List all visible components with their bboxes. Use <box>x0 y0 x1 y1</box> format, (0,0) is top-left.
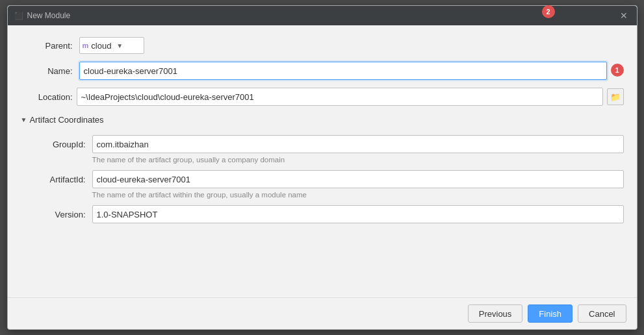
name-input-wrapper: 1 <box>79 62 624 80</box>
groupid-row: GroupId: <box>34 135 624 153</box>
groupid-label: GroupId: <box>34 140 86 149</box>
folder-icon: 📁 <box>610 92 621 102</box>
artifactid-label: ArtifactId: <box>34 175 86 184</box>
location-input[interactable] <box>77 88 603 106</box>
groupid-hint: The name of the artifact group, usually … <box>34 156 624 164</box>
parent-module-icon: m <box>83 42 89 49</box>
artifactid-row: ArtifactId: <box>34 170 624 188</box>
groupid-input[interactable] <box>92 135 624 153</box>
name-badge: 1 <box>611 64 624 77</box>
name-input[interactable] <box>79 62 607 80</box>
name-row: Name: 1 <box>21 62 624 80</box>
version-label: Version: <box>34 210 86 219</box>
finish-badge: 2 <box>542 5 555 18</box>
name-label: Name: <box>21 66 73 76</box>
dropdown-arrow-icon: ▼ <box>116 42 123 49</box>
new-module-dialog: ⬛ New Module ✕ Parent: m cloud ▼ Name: 1… <box>7 5 638 330</box>
parent-label: Parent: <box>21 41 73 51</box>
location-row: Location: 📁 <box>21 88 624 106</box>
artifactid-input[interactable] <box>92 170 624 188</box>
previous-button[interactable]: Previous <box>468 304 523 323</box>
collapse-arrow-icon[interactable]: ▼ <box>21 116 27 123</box>
artifact-section-content: GroupId: The name of the artifact group,… <box>21 135 624 223</box>
parent-row: Parent: m cloud ▼ <box>21 37 624 54</box>
artifact-section-label: Artifact Coordinates <box>29 115 103 125</box>
dialog-content: Parent: m cloud ▼ Name: 1 Location: 📁 <box>8 25 637 297</box>
finish-label: Finish <box>539 309 561 319</box>
close-button[interactable]: ✕ <box>617 10 630 21</box>
parent-select[interactable]: m cloud ▼ <box>79 37 144 54</box>
artifact-section-header: ▼ Artifact Coordinates <box>21 115 624 125</box>
dialog-icon: ⬛ <box>14 11 23 20</box>
version-input[interactable] <box>92 205 624 223</box>
parent-value: cloud <box>91 41 111 51</box>
browse-button[interactable]: 📁 <box>607 88 624 105</box>
title-bar-left: ⬛ New Module <box>14 11 71 20</box>
dialog-title: New Module <box>27 11 71 20</box>
finish-button[interactable]: Finish <box>528 304 573 323</box>
dialog-footer: Previous Finish 2 Cancel <box>8 297 637 329</box>
cancel-button[interactable]: Cancel <box>578 304 626 323</box>
version-row: Version: <box>34 205 624 223</box>
artifactid-hint: The name of the artifact within the grou… <box>34 191 624 199</box>
location-label: Location: <box>21 92 73 102</box>
